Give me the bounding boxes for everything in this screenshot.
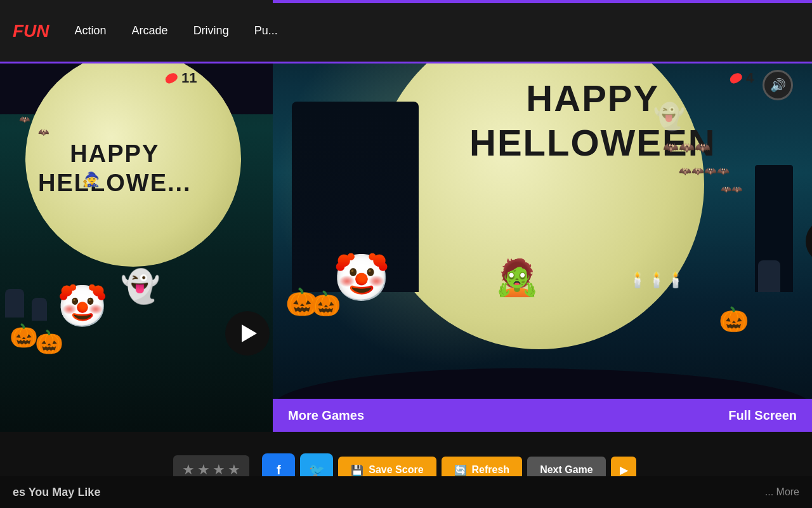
- clown-character-bg: 🤡: [57, 283, 108, 330]
- tombstone-2: [32, 298, 47, 321]
- bat-2: 🦇: [38, 127, 49, 137]
- game-container: HAPPY HELLOWE... 11 🧙 🎃 🎃 🤡 👻 🦇 🦇: [0, 0, 812, 508]
- purple-bar: More Games Full Screen: [273, 399, 812, 432]
- nav-driving[interactable]: Driving: [193, 24, 229, 37]
- bat-1: 🦇: [19, 114, 30, 124]
- candy-icon-main: [728, 71, 743, 85]
- tombstone-1: [5, 289, 24, 318]
- you-may-like-text: es You May Like: [13, 486, 100, 499]
- happy-text-bg: HAPPY: [38, 140, 192, 169]
- play-button-main[interactable]: [806, 219, 812, 264]
- more-link[interactable]: ... More: [765, 486, 799, 498]
- footer-bar: es You May Like ... More: [0, 476, 812, 508]
- tombstone-main: [758, 260, 780, 292]
- pumpkin-1: 🎃: [10, 323, 38, 349]
- moon-main: [374, 19, 704, 349]
- top-accent: [273, 0, 812, 3]
- score-main: 4: [730, 70, 754, 86]
- pumpkin-2: 🎃: [35, 329, 63, 356]
- next-game-label: Next Game: [540, 464, 593, 476]
- fullscreen-label[interactable]: Full Screen: [728, 408, 797, 423]
- bat-cluster-2: 🦇🦇🦇🦇: [679, 165, 730, 177]
- game-background: HAPPY HELLOWE... 11 🧙 🎃 🎃 🤡 👻 🦇 🦇: [0, 0, 273, 432]
- score-number-main: 4: [746, 70, 754, 86]
- witch-silhouette-bg: 🧙: [82, 171, 100, 188]
- refresh-icon: 🔄: [454, 464, 467, 476]
- play-button-bg[interactable]: [225, 311, 270, 356]
- candle-1: 🕯️🕯️🕯️: [628, 271, 685, 289]
- reaper-main: 🧟: [495, 257, 539, 298]
- clown-main: 🤡: [333, 251, 390, 305]
- save-icon: 💾: [351, 464, 363, 476]
- sound-button[interactable]: 🔊: [763, 70, 793, 100]
- site-logo[interactable]: FUN: [13, 21, 49, 41]
- score-bg: 11: [165, 70, 197, 86]
- nav-arcade[interactable]: Arcade: [132, 24, 168, 37]
- bat-cluster-3: 🦇🦇: [721, 184, 742, 194]
- candy-icon-bg: [164, 71, 179, 85]
- facebook-icon: f: [277, 463, 281, 478]
- twitter-icon: 🐦: [309, 462, 325, 478]
- refresh-label: Refresh: [472, 464, 510, 476]
- game-main: HAPPY HELLOWEEN 4 🔊 🧙 👻 🦇🦇🦇 🦇🦇🦇🦇 🦇🦇 🎃 🎃 …: [273, 0, 812, 432]
- top-nav: FUN Action Arcade Driving Pu...: [0, 0, 812, 64]
- ghost-main: 👻: [653, 102, 685, 131]
- score-number-bg: 11: [181, 70, 197, 86]
- next-arrow-icon: ▶: [620, 464, 627, 476]
- nav-action[interactable]: Action: [75, 24, 107, 37]
- more-games-label[interactable]: More Games: [288, 408, 364, 423]
- pumpkin-main-3: 🎃: [719, 305, 749, 333]
- reaper-bg: 👻: [121, 268, 160, 305]
- halloween-word-bg: HELLOWE...: [38, 169, 192, 198]
- halloween-text-bg: HAPPY HELLOWE...: [38, 140, 192, 197]
- save-score-label: Save Score: [369, 464, 423, 476]
- nav-more[interactable]: Pu...: [254, 24, 278, 37]
- bat-cluster-1: 🦇🦇🦇: [663, 140, 710, 155]
